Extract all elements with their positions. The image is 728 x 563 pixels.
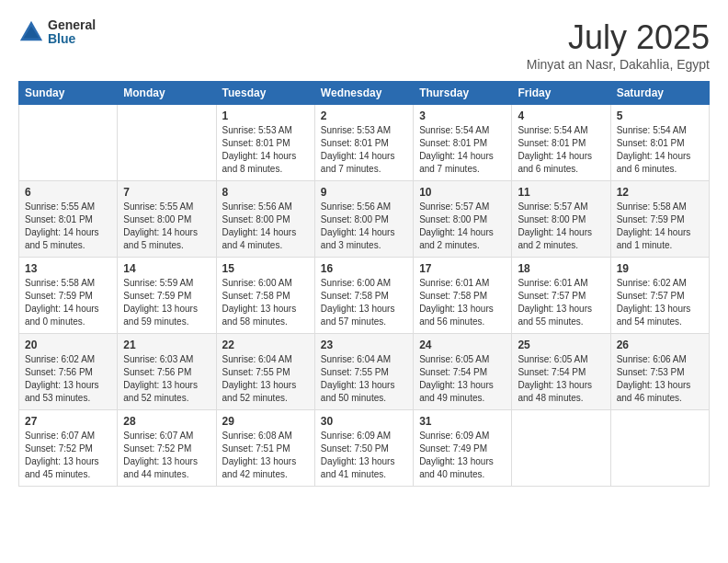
day-info: Sunrise: 6:07 AM Sunset: 7:52 PM Dayligh… xyxy=(123,430,210,481)
day-info: Sunrise: 6:03 AM Sunset: 7:56 PM Dayligh… xyxy=(123,353,210,405)
location-text: Minyat an Nasr, Dakahlia, Egypt xyxy=(527,57,710,72)
day-info: Sunrise: 6:01 AM Sunset: 7:58 PM Dayligh… xyxy=(419,277,506,328)
logo: General Blue xyxy=(18,18,96,47)
day-number: 24 xyxy=(419,339,506,351)
day-info: Sunrise: 6:09 AM Sunset: 7:49 PM Dayligh… xyxy=(419,430,506,481)
day-header-tuesday: Tuesday xyxy=(216,82,314,105)
calendar-cell xyxy=(19,105,118,181)
calendar-cell: 14Sunrise: 5:59 AM Sunset: 7:59 PM Dayli… xyxy=(118,258,216,334)
day-number: 5 xyxy=(617,109,703,122)
day-number: 25 xyxy=(518,339,604,351)
calendar-cell: 17Sunrise: 6:01 AM Sunset: 7:58 PM Dayli… xyxy=(414,258,512,334)
day-info: Sunrise: 6:00 AM Sunset: 7:58 PM Dayligh… xyxy=(321,277,407,328)
calendar-cell: 5Sunrise: 5:54 AM Sunset: 8:01 PM Daylig… xyxy=(610,105,709,181)
day-number: 30 xyxy=(321,415,407,428)
day-number: 17 xyxy=(419,262,506,275)
calendar-cell: 4Sunrise: 5:54 AM Sunset: 8:01 PM Daylig… xyxy=(512,105,610,181)
day-number: 7 xyxy=(123,186,210,199)
day-number: 18 xyxy=(518,262,604,275)
day-info: Sunrise: 5:59 AM Sunset: 7:59 PM Dayligh… xyxy=(123,277,210,328)
calendar-table: SundayMondayTuesdayWednesdayThursdayFrid… xyxy=(18,81,710,487)
day-header-sunday: Sunday xyxy=(19,82,118,105)
calendar-header-row: SundayMondayTuesdayWednesdayThursdayFrid… xyxy=(19,82,710,105)
day-header-saturday: Saturday xyxy=(610,82,709,105)
calendar-cell: 27Sunrise: 6:07 AM Sunset: 7:52 PM Dayli… xyxy=(19,410,118,487)
calendar-cell: 23Sunrise: 6:04 AM Sunset: 7:55 PM Dayli… xyxy=(314,334,413,410)
day-number: 20 xyxy=(25,339,111,351)
day-info: Sunrise: 5:54 AM Sunset: 8:01 PM Dayligh… xyxy=(419,124,506,176)
day-number: 12 xyxy=(617,186,703,199)
day-info: Sunrise: 5:57 AM Sunset: 8:00 PM Dayligh… xyxy=(419,201,506,252)
day-info: Sunrise: 5:53 AM Sunset: 8:01 PM Dayligh… xyxy=(222,124,309,176)
calendar-cell: 28Sunrise: 6:07 AM Sunset: 7:52 PM Dayli… xyxy=(118,410,216,487)
day-number: 6 xyxy=(25,186,111,199)
calendar-cell: 21Sunrise: 6:03 AM Sunset: 7:56 PM Dayli… xyxy=(118,334,216,410)
calendar-cell: 3Sunrise: 5:54 AM Sunset: 8:01 PM Daylig… xyxy=(414,105,512,181)
day-info: Sunrise: 5:55 AM Sunset: 8:00 PM Dayligh… xyxy=(123,201,210,252)
calendar-cell: 31Sunrise: 6:09 AM Sunset: 7:49 PM Dayli… xyxy=(414,410,512,487)
day-info: Sunrise: 5:57 AM Sunset: 8:00 PM Dayligh… xyxy=(518,201,604,252)
day-number: 27 xyxy=(25,415,111,428)
calendar-cell: 16Sunrise: 6:00 AM Sunset: 7:58 PM Dayli… xyxy=(314,258,413,334)
day-info: Sunrise: 5:54 AM Sunset: 8:01 PM Dayligh… xyxy=(617,124,703,176)
day-header-monday: Monday xyxy=(118,82,216,105)
calendar-cell: 12Sunrise: 5:58 AM Sunset: 7:59 PM Dayli… xyxy=(610,181,709,258)
day-number: 19 xyxy=(617,262,703,275)
calendar-cell: 19Sunrise: 6:02 AM Sunset: 7:57 PM Dayli… xyxy=(610,258,709,334)
day-number: 15 xyxy=(222,262,309,275)
calendar-cell: 29Sunrise: 6:08 AM Sunset: 7:51 PM Dayli… xyxy=(216,410,314,487)
day-info: Sunrise: 5:54 AM Sunset: 8:01 PM Dayligh… xyxy=(518,124,604,176)
calendar-cell: 15Sunrise: 6:00 AM Sunset: 7:58 PM Dayli… xyxy=(216,258,314,334)
day-info: Sunrise: 6:06 AM Sunset: 7:53 PM Dayligh… xyxy=(617,353,703,405)
day-info: Sunrise: 6:04 AM Sunset: 7:55 PM Dayligh… xyxy=(321,353,407,405)
day-number: 8 xyxy=(222,186,309,199)
day-number: 3 xyxy=(419,109,506,122)
day-info: Sunrise: 5:58 AM Sunset: 7:59 PM Dayligh… xyxy=(25,277,111,328)
day-number: 1 xyxy=(222,109,309,122)
calendar-cell: 24Sunrise: 6:05 AM Sunset: 7:54 PM Dayli… xyxy=(414,334,512,410)
day-info: Sunrise: 5:53 AM Sunset: 8:01 PM Dayligh… xyxy=(321,124,407,176)
calendar-cell: 22Sunrise: 6:04 AM Sunset: 7:55 PM Dayli… xyxy=(216,334,314,410)
calendar-week-3: 20Sunrise: 6:02 AM Sunset: 7:56 PM Dayli… xyxy=(19,334,710,410)
logo-icon xyxy=(18,19,44,45)
logo-text: General Blue xyxy=(48,18,96,47)
calendar-week-2: 13Sunrise: 5:58 AM Sunset: 7:59 PM Dayli… xyxy=(19,258,710,334)
month-title: July 2025 xyxy=(527,18,710,57)
calendar-cell: 10Sunrise: 5:57 AM Sunset: 8:00 PM Dayli… xyxy=(414,181,512,258)
day-number: 2 xyxy=(321,109,407,122)
day-number: 10 xyxy=(419,186,506,199)
day-number: 4 xyxy=(518,109,604,122)
day-info: Sunrise: 6:04 AM Sunset: 7:55 PM Dayligh… xyxy=(222,353,309,405)
calendar-cell: 11Sunrise: 5:57 AM Sunset: 8:00 PM Dayli… xyxy=(512,181,610,258)
day-number: 29 xyxy=(222,415,309,428)
day-info: Sunrise: 6:00 AM Sunset: 7:58 PM Dayligh… xyxy=(222,277,309,328)
day-number: 16 xyxy=(321,262,407,275)
day-header-friday: Friday xyxy=(512,82,610,105)
day-header-wednesday: Wednesday xyxy=(314,82,413,105)
day-info: Sunrise: 6:02 AM Sunset: 7:57 PM Dayligh… xyxy=(617,277,703,328)
calendar-cell: 20Sunrise: 6:02 AM Sunset: 7:56 PM Dayli… xyxy=(19,334,118,410)
calendar-week-0: 1Sunrise: 5:53 AM Sunset: 8:01 PM Daylig… xyxy=(19,105,710,181)
calendar-cell xyxy=(610,410,709,487)
day-number: 13 xyxy=(25,262,111,275)
calendar-cell xyxy=(118,105,216,181)
calendar-week-1: 6Sunrise: 5:55 AM Sunset: 8:01 PM Daylig… xyxy=(19,181,710,258)
day-number: 28 xyxy=(123,415,210,428)
title-block: July 2025 Minyat an Nasr, Dakahlia, Egyp… xyxy=(527,18,710,72)
day-info: Sunrise: 6:02 AM Sunset: 7:56 PM Dayligh… xyxy=(25,353,111,405)
calendar-cell: 30Sunrise: 6:09 AM Sunset: 7:50 PM Dayli… xyxy=(314,410,413,487)
day-number: 14 xyxy=(123,262,210,275)
calendar-cell: 1Sunrise: 5:53 AM Sunset: 8:01 PM Daylig… xyxy=(216,105,314,181)
calendar-cell: 8Sunrise: 5:56 AM Sunset: 8:00 PM Daylig… xyxy=(216,181,314,258)
day-info: Sunrise: 6:05 AM Sunset: 7:54 PM Dayligh… xyxy=(419,353,506,405)
calendar-cell: 13Sunrise: 5:58 AM Sunset: 7:59 PM Dayli… xyxy=(19,258,118,334)
calendar-cell: 6Sunrise: 5:55 AM Sunset: 8:01 PM Daylig… xyxy=(19,181,118,258)
day-info: Sunrise: 6:09 AM Sunset: 7:50 PM Dayligh… xyxy=(321,430,407,481)
day-info: Sunrise: 5:56 AM Sunset: 8:00 PM Dayligh… xyxy=(321,201,407,252)
calendar-cell: 18Sunrise: 6:01 AM Sunset: 7:57 PM Dayli… xyxy=(512,258,610,334)
page-header: General Blue July 2025 Minyat an Nasr, D… xyxy=(18,18,710,72)
day-number: 23 xyxy=(321,339,407,351)
logo-blue-text: Blue xyxy=(48,32,96,46)
day-number: 9 xyxy=(321,186,407,199)
day-header-thursday: Thursday xyxy=(414,82,512,105)
